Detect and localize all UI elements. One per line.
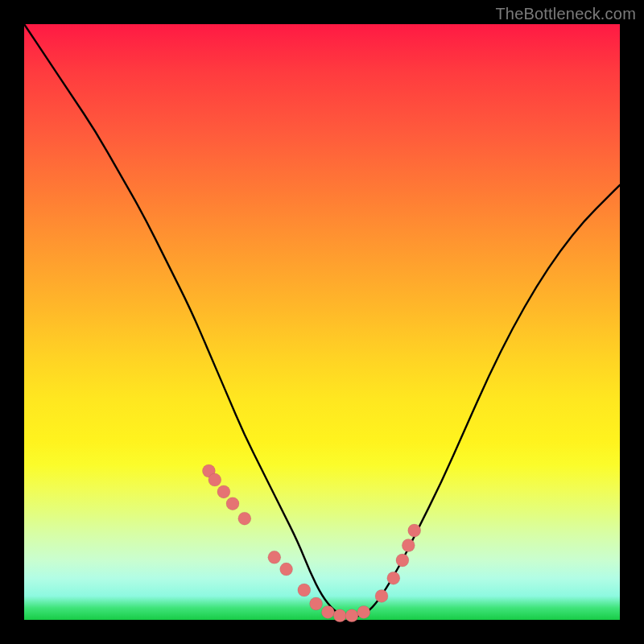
chart-frame: TheBottleneck.com xyxy=(0,0,644,644)
highlight-dot xyxy=(375,589,388,602)
highlight-dot xyxy=(280,563,293,576)
highlight-dot xyxy=(387,572,400,584)
highlight-dot xyxy=(333,609,346,622)
highlight-dot xyxy=(357,605,370,618)
plot-area xyxy=(24,24,620,620)
highlight-dot xyxy=(268,551,281,564)
highlight-dot xyxy=(408,524,421,537)
highlight-dot xyxy=(402,539,415,552)
chart-svg xyxy=(24,24,620,620)
highlight-dot xyxy=(345,609,358,622)
highlight-dot xyxy=(238,512,251,525)
highlight-dot xyxy=(396,554,409,567)
highlight-dot xyxy=(321,605,334,618)
highlight-dot xyxy=(298,584,311,597)
highlight-dot xyxy=(226,497,239,510)
watermark-label: TheBottleneck.com xyxy=(495,5,636,23)
bottleneck-curve xyxy=(24,24,620,617)
highlight-dot xyxy=(310,597,323,610)
highlight-dot xyxy=(208,473,221,486)
highlight-dots xyxy=(202,464,420,622)
highlight-dot xyxy=(217,485,230,498)
